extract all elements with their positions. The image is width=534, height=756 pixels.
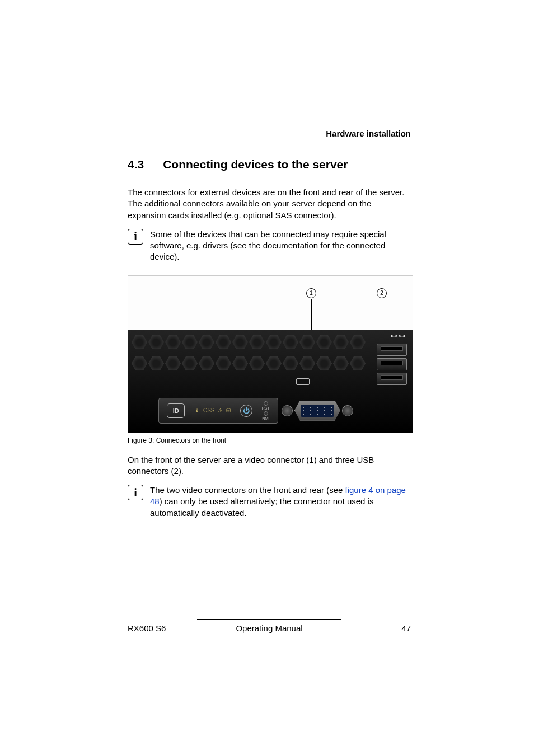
section-number: 4.3 [128, 158, 144, 171]
vga-shell [294, 401, 340, 421]
running-header: Hardware installation [128, 129, 411, 138]
temp-icon: 🌡 [194, 407, 200, 414]
rst-nmi-area: RST NMI [262, 401, 270, 420]
section-heading: 4.3 Connecting devices to the server [128, 158, 411, 171]
vga-pins [301, 405, 334, 417]
callout-1-line [311, 299, 312, 330]
front-connectors-paragraph: On the front of the server are a video c… [128, 454, 411, 477]
warn-icon: ⚠ [218, 407, 223, 414]
usb-port-1 [377, 344, 407, 356]
info-note-1: i Some of the devices that can be connec… [128, 229, 411, 263]
rst-hole [264, 401, 268, 406]
info-note-2-text: The two video connectors on the front an… [150, 485, 411, 519]
usb-connectors [377, 344, 407, 385]
server-front-panel: ⊷⊶ ID 🌡 CSS ⚠ ⛁ ⏻ [128, 330, 413, 433]
disk-icon: ⛁ [226, 407, 231, 414]
info-note-2: i The two video connectors on the front … [128, 485, 411, 519]
info-note-1-text: Some of the devices that can be connecte… [150, 229, 411, 263]
page-header: Hardware installation [128, 129, 411, 142]
figure-3-caption: Figure 3: Connectors on the front [128, 436, 411, 444]
usb-port-3 [377, 373, 407, 385]
callout-1-number: 1 [306, 288, 316, 298]
power-button: ⏻ [240, 405, 252, 417]
nmi-hole [264, 411, 268, 416]
rst-label: RST [262, 406, 270, 411]
control-panel: ID 🌡 CSS ⚠ ⛁ ⏻ RST NMI [158, 398, 278, 424]
info-icon: i [128, 485, 143, 500]
usb-icon: ⊷⊶ [390, 331, 406, 340]
callout-layer: 1 2 [128, 276, 413, 330]
callout-2-number: 2 [377, 288, 387, 298]
id-button: ID [167, 403, 185, 418]
callout-2-line [382, 299, 382, 330]
callout-1: 1 [306, 288, 316, 330]
video-connector [282, 399, 353, 422]
status-icons: 🌡 CSS ⚠ ⛁ [194, 407, 231, 414]
page-footer: Operating Manual RX600 S6 47 [128, 619, 411, 633]
intro-paragraph: The connectors for external devices are … [128, 187, 411, 221]
vga-screw-right [342, 405, 353, 416]
figure-3: 1 2 ⊷⊶ [128, 275, 411, 444]
section-title-text: Connecting devices to the server [163, 158, 348, 171]
callout-2: 2 [377, 288, 387, 330]
figure-3-image: 1 2 ⊷⊶ [128, 275, 413, 433]
note2-text-before: The two video connectors on the front an… [150, 485, 345, 495]
css-icon: CSS [203, 407, 215, 414]
vga-screw-left [282, 405, 293, 416]
info-icon: i [128, 229, 143, 245]
page: Hardware installation 4.3 Connecting dev… [0, 0, 534, 756]
usb-port-2 [377, 358, 407, 370]
footer-center: Operating Manual [128, 623, 411, 633]
small-port [296, 378, 310, 385]
ventilation-grid [132, 335, 372, 376]
nmi-label: NMI [262, 416, 270, 421]
footer-rule [197, 619, 341, 620]
note2-text-after: ) can only be used alternatively; the co… [150, 496, 373, 517]
